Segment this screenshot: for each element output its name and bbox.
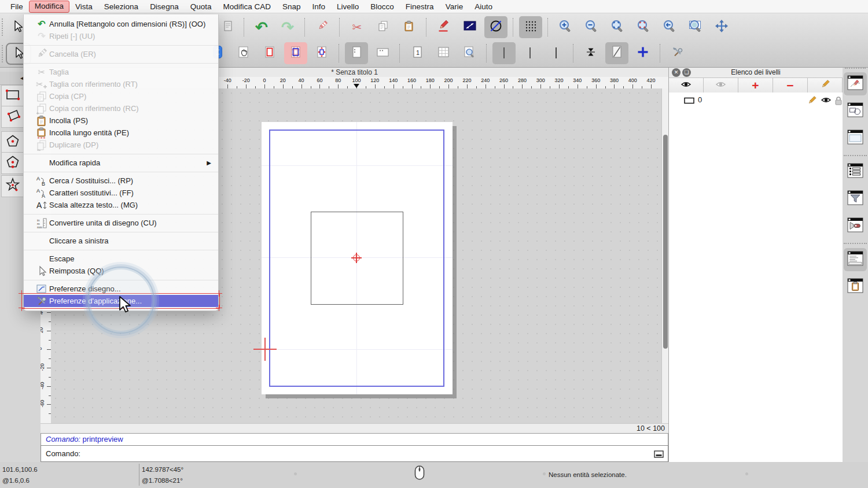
eye-on-icon[interactable] [821, 95, 832, 107]
dock-pen-icon [847, 75, 863, 93]
hand-button[interactable] [232, 42, 255, 64]
menu-item-search-replace[interactable]: ABCerca / Sostituisci... (RP) [24, 175, 218, 187]
bw-icon [556, 48, 557, 58]
zoom-previous-button[interactable] [658, 16, 681, 38]
menu-item-text-height-scale[interactable]: AScala altezza testo... (MG) [24, 199, 218, 211]
zoom-selection-icon [637, 20, 650, 35]
polygon-vertex-tool-button[interactable] [1, 152, 24, 174]
zoom-window-button[interactable] [684, 16, 707, 38]
menubar-item-livello[interactable]: Livello [331, 2, 365, 12]
cut-button[interactable]: ✂ [345, 16, 369, 38]
dock-pen-toggle[interactable] [844, 72, 867, 95]
menu-item-redo[interactable]: ↷Ripeti [-] (UU) [24, 30, 218, 42]
eye-off-button[interactable] [704, 78, 738, 93]
vertical-scrollbar-thumb[interactable] [663, 135, 668, 349]
menu-item-paste[interactable]: Incolla (PS) [24, 114, 218, 127]
crosshair-button[interactable] [631, 42, 654, 64]
command-input[interactable]: Comando: [41, 445, 668, 462]
redo-button[interactable]: ↷ [276, 16, 299, 38]
paste-button[interactable] [398, 16, 421, 38]
menubar-item-file[interactable]: File [5, 2, 29, 12]
menubar-item-finestra[interactable]: Finestra [400, 2, 440, 12]
edit-layer-icon[interactable] [807, 95, 817, 108]
menubar-item-snap[interactable]: Snap [277, 2, 307, 12]
rect-tool-button[interactable] [1, 85, 24, 107]
zoom-page-button[interactable] [458, 42, 481, 64]
star-tool-button[interactable] [1, 175, 24, 197]
circle-line-icon [490, 20, 502, 35]
bw-button[interactable] [545, 42, 568, 64]
dock-empty-toggle[interactable] [844, 127, 867, 150]
dock-command-toggle[interactable] [844, 248, 867, 271]
page-red-button[interactable] [258, 42, 281, 64]
zoom-in-button[interactable] [554, 16, 577, 38]
menu-item-paste-along-entity[interactable]: Incolla lungo entità (PE) [24, 127, 218, 139]
dimension-button[interactable] [458, 16, 481, 38]
menu-item-undo[interactable]: ↶Annulla [Rettangolo con dimensioni (RS)… [24, 18, 218, 30]
menubar-item-vista[interactable]: Vista [69, 2, 98, 12]
menubar-item-modifica-cad[interactable]: Modifica CAD [217, 2, 277, 12]
settings-button[interactable] [666, 42, 689, 64]
add-layer-button[interactable]: + [738, 78, 773, 93]
dock-clipboard-toggle[interactable] [844, 275, 867, 298]
fit-height-button[interactable] [579, 42, 602, 64]
color-button[interactable] [492, 42, 516, 64]
eraser-button[interactable] [311, 16, 334, 38]
menubar-item-seleziona[interactable]: Seleziona [98, 2, 144, 12]
dock-projector-toggle[interactable] [844, 215, 867, 238]
zoom-out-button[interactable] [580, 16, 603, 38]
dock-list-toggle[interactable] [844, 160, 867, 183]
zoom-selection-button[interactable] [632, 16, 655, 38]
layer-row[interactable]: 0 [669, 94, 843, 106]
menu-item-convert-units[interactable]: inmmmConvertire unita di disegno (CU) [24, 217, 218, 229]
eye-on-button[interactable] [669, 78, 704, 93]
portrait-button[interactable] [345, 42, 368, 64]
canvas-bottom-strip[interactable]: 10 < 100 [41, 423, 668, 433]
page-margins-button[interactable] [284, 42, 307, 64]
zoom-pan-button[interactable] [710, 16, 733, 38]
toolbar-drag-handle[interactable] [2, 45, 5, 62]
copy-button[interactable] [372, 16, 395, 38]
menu-item-copy-reference[interactable]: Copia con riferimento (RC) [24, 102, 218, 114]
menu-item-cut[interactable]: ✂Taglia [24, 66, 218, 78]
edit-layer-button[interactable] [808, 78, 843, 93]
landscape-button[interactable] [371, 42, 394, 64]
menubar-item-aiuto[interactable]: Aiuto [469, 2, 498, 12]
page-center-button[interactable] [310, 42, 333, 64]
undo-button[interactable]: ↶ [250, 16, 273, 38]
toolbar-drag-handle[interactable] [2, 19, 5, 36]
menu-item-delete[interactable]: Cancella (ER) [24, 48, 218, 60]
draft-button[interactable] [605, 42, 628, 64]
vertical-scrollbar[interactable] [661, 88, 668, 423]
grid-button[interactable] [519, 16, 542, 38]
menubar-item-disegna[interactable]: Disegna [144, 2, 185, 12]
command-keyboard-toggle[interactable] [653, 449, 664, 459]
menu-item-copy[interactable]: Copia (CP) [24, 90, 218, 102]
menubar-item-quota[interactable]: Quota [185, 2, 218, 12]
menubar-item-varie[interactable]: Varie [440, 2, 469, 12]
dock-filter-toggle[interactable] [844, 187, 867, 210]
dock-blocks-toggle[interactable] [844, 99, 867, 123]
polar-absolute: 142.9787<45° [142, 466, 183, 473]
float-panel-icon[interactable]: ❏ [682, 68, 691, 77]
pencil-button[interactable] [432, 16, 455, 38]
menubar-item-blocco[interactable]: Blocco [365, 2, 400, 12]
menubar-item-modifica[interactable]: Modifica [29, 1, 69, 13]
multi-page-button[interactable] [432, 42, 455, 64]
menu-item-click-left[interactable]: Cliccare a sinistra [24, 235, 218, 247]
circle-line-button[interactable] [484, 16, 507, 38]
grayscale-button[interactable] [518, 42, 542, 64]
menu-item-escape[interactable]: Escape [24, 253, 218, 265]
close-panel-icon[interactable]: ✕ [672, 68, 681, 77]
export-button[interactable] [215, 16, 238, 38]
single-page-button[interactable]: 1 [406, 42, 429, 64]
rect-rotated-tool-button[interactable] [1, 106, 24, 128]
zoom-auto-button[interactable] [606, 16, 629, 38]
menu-item-cut-reference[interactable]: ✂Taglia con riferimento (RT) [24, 78, 218, 90]
menu-item-duplicate[interactable]: Duplicare (DP) [24, 139, 218, 151]
menu-item-quick-edit[interactable]: Modifica rapida▶ [24, 157, 218, 169]
menubar-item-info[interactable]: Info [307, 2, 332, 12]
remove-layer-button[interactable]: − [773, 78, 808, 93]
menu-item-font-replace[interactable]: AACaratteri sostitutivi... (FF) [24, 187, 218, 199]
polygon-center-tool-button[interactable] [1, 131, 24, 153]
